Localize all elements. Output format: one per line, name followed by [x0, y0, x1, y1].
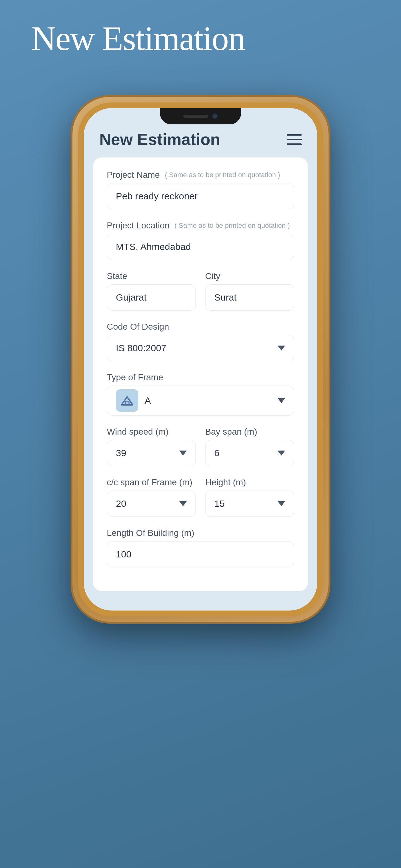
front-camera	[212, 114, 218, 119]
wind-speed-select[interactable]: 39	[107, 440, 196, 466]
span-height-row: c/c span of Frame (m) 20 Height (m)	[107, 477, 294, 517]
city-input[interactable]: Surat	[205, 284, 294, 311]
type-of-frame-group: Type of Frame	[107, 372, 294, 415]
project-location-input[interactable]: MTS, Ahmedabad	[107, 234, 294, 260]
city-label: City	[205, 271, 294, 281]
form-area: Project Name ( Same as to be printed on …	[93, 157, 308, 591]
bay-span-select[interactable]: 6	[205, 440, 294, 466]
cc-span-label: c/c span of Frame (m)	[107, 477, 196, 488]
length-of-building-label: Length Of Building (m)	[107, 528, 294, 538]
wind-speed-group: Wind speed (m) 39	[107, 427, 196, 466]
app-content: New Estimation Project Name ( Same as to…	[84, 108, 317, 611]
project-name-input[interactable]: Peb ready reckoner	[107, 183, 294, 209]
bay-span-label: Bay span (m)	[205, 427, 294, 437]
project-name-group: Project Name ( Same as to be printed on …	[107, 170, 294, 209]
hamburger-line-1	[287, 134, 302, 135]
frame-type-left: A	[116, 389, 151, 412]
chevron-down-icon	[179, 501, 187, 506]
cc-span-select[interactable]: 20	[107, 491, 196, 517]
phone-frame: New Estimation Project Name ( Same as to…	[72, 97, 329, 622]
menu-button[interactable]	[287, 134, 302, 145]
chevron-down-icon	[278, 501, 285, 506]
wind-speed-label: Wind speed (m)	[107, 427, 196, 437]
chevron-down-icon	[278, 451, 285, 456]
type-of-frame-select[interactable]: A	[107, 385, 294, 415]
speaker	[183, 115, 208, 118]
frame-icon	[116, 389, 138, 412]
page-background-title: New Estimation	[31, 19, 245, 58]
hamburger-line-2	[287, 139, 302, 140]
project-location-label: Project Location ( Same as to be printed…	[107, 221, 294, 230]
project-location-group: Project Location ( Same as to be printed…	[107, 221, 294, 260]
height-label: Height (m)	[205, 477, 294, 488]
notch	[160, 108, 241, 124]
phone-screen: New Estimation Project Name ( Same as to…	[84, 108, 317, 611]
cc-span-group: c/c span of Frame (m) 20	[107, 477, 196, 517]
type-of-frame-label: Type of Frame	[107, 372, 294, 382]
chevron-down-icon	[278, 346, 285, 350]
height-select[interactable]: 15	[205, 491, 294, 517]
hamburger-line-3	[287, 144, 302, 145]
wind-bay-row: Wind speed (m) 39 Bay span (m)	[107, 427, 294, 466]
state-group: State Gujarat	[107, 271, 196, 311]
project-name-label: Project Name ( Same as to be printed on …	[107, 170, 294, 180]
app-title: New Estimation	[99, 130, 220, 149]
code-of-design-select[interactable]: IS 800:2007	[107, 335, 294, 361]
state-label: State	[107, 271, 196, 281]
code-of-design-label: Code Of Design	[107, 322, 294, 332]
length-of-building-group: Length Of Building (m) 100	[107, 528, 294, 567]
state-input[interactable]: Gujarat	[107, 284, 196, 311]
state-city-row: State Gujarat City Surat	[107, 271, 294, 311]
chevron-down-icon	[278, 398, 285, 403]
height-group: Height (m) 15	[205, 477, 294, 517]
length-of-building-input[interactable]: 100	[107, 541, 294, 567]
phone-inner: New Estimation Project Name ( Same as to…	[78, 102, 323, 616]
chevron-down-icon	[179, 451, 187, 456]
city-group: City Surat	[205, 271, 294, 311]
bay-span-group: Bay span (m) 6	[205, 427, 294, 466]
code-of-design-group: Code Of Design IS 800:2007	[107, 322, 294, 361]
